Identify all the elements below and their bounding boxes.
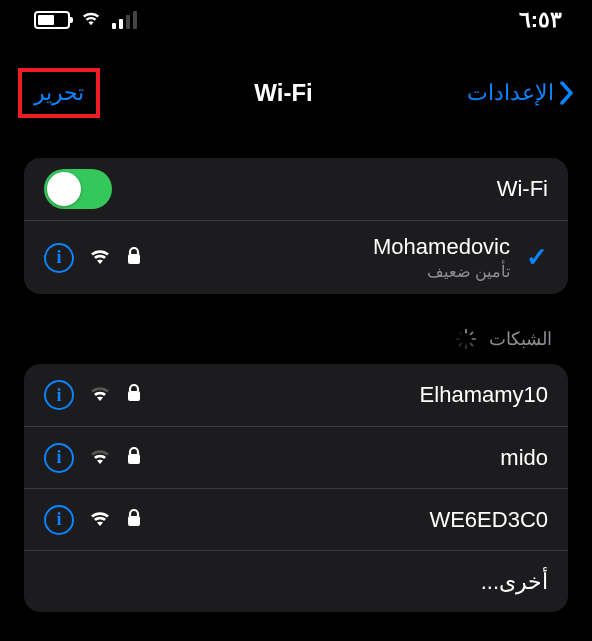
wifi-toggle[interactable] [44, 169, 112, 209]
wifi-signal-icon [88, 246, 112, 270]
svg-rect-10 [128, 454, 140, 464]
status-bar: ٦:٥٣ [0, 0, 592, 40]
connected-network-row[interactable]: i Mohamedovic تأمين ضعيف ✓ [24, 220, 568, 294]
status-time: ٦:٥٣ [519, 7, 562, 33]
info-icon[interactable]: i [44, 505, 74, 535]
lock-icon [126, 446, 142, 470]
back-button[interactable]: الإعدادات [467, 80, 574, 106]
wifi-status-icon [80, 9, 102, 31]
wifi-main-section: Wi-Fi i Mohamedovic تأمين ضعيف ✓ [24, 158, 568, 294]
back-label: الإعدادات [467, 80, 554, 106]
networks-section-header: الشبكات [40, 328, 552, 350]
page-title: Wi-Fi [100, 79, 467, 107]
network-row[interactable]: i mido [24, 426, 568, 488]
lock-icon [126, 508, 142, 532]
connected-ssid: Mohamedovic [373, 234, 510, 260]
lock-icon [126, 246, 142, 270]
svg-rect-2 [469, 331, 474, 336]
network-row[interactable]: i Elhamamy10 [24, 364, 568, 426]
connected-warning: تأمين ضعيف [427, 262, 510, 281]
wifi-signal-icon [88, 446, 112, 470]
battery-icon [34, 11, 70, 29]
svg-rect-11 [128, 516, 140, 526]
nav-bar: تحرير Wi-Fi الإعدادات [0, 58, 592, 128]
svg-rect-9 [128, 391, 140, 401]
chevron-right-icon [558, 81, 574, 105]
network-ssid: Elhamamy10 [420, 382, 548, 408]
svg-rect-4 [469, 342, 474, 347]
wifi-toggle-label: Wi-Fi [497, 176, 548, 202]
other-network-row[interactable]: أخرى... [24, 550, 568, 612]
network-ssid: mido [500, 445, 548, 471]
wifi-signal-icon [88, 508, 112, 532]
svg-rect-8 [458, 331, 463, 336]
svg-rect-6 [458, 342, 463, 347]
edit-button[interactable]: تحرير [18, 68, 100, 118]
svg-rect-1 [465, 329, 467, 334]
network-row[interactable]: i WE6ED3C0 [24, 488, 568, 550]
wifi-signal-icon [88, 383, 112, 407]
other-label: أخرى... [481, 569, 548, 595]
checkmark-icon: ✓ [526, 242, 548, 273]
info-icon[interactable]: i [44, 243, 74, 273]
svg-rect-7 [456, 338, 461, 340]
svg-rect-0 [128, 254, 140, 264]
svg-rect-3 [472, 338, 477, 340]
cellular-signal-icon [112, 11, 137, 29]
info-icon[interactable]: i [44, 380, 74, 410]
network-ssid: WE6ED3C0 [429, 507, 548, 533]
spinner-icon [455, 328, 477, 350]
wifi-toggle-row: Wi-Fi [24, 158, 568, 220]
info-icon[interactable]: i [44, 443, 74, 473]
svg-rect-5 [465, 345, 467, 350]
networks-section-title: الشبكات [489, 328, 552, 350]
lock-icon [126, 383, 142, 407]
networks-section: i Elhamamy10 i mido i [24, 364, 568, 612]
